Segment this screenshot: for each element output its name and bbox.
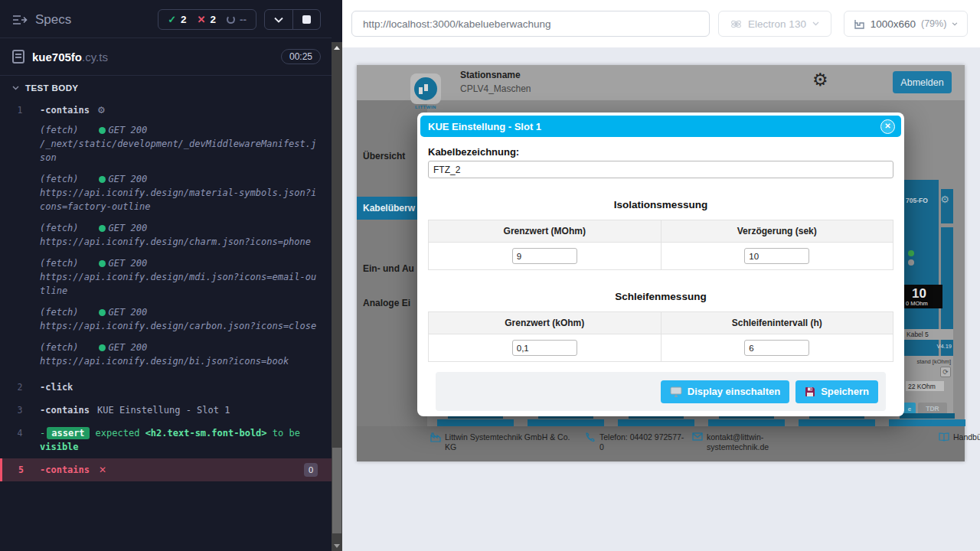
littwin-logo-text: LITTWIN (410, 105, 441, 109)
display-on-button[interactable]: Display einschalten (661, 380, 789, 403)
close-icon[interactable]: ✕ (880, 119, 895, 134)
status-dot-icon (99, 344, 106, 351)
station-name-value: CPLV4_Maschen (460, 83, 531, 94)
fetch-log-entry[interactable]: (fetch)GET 200https://api.iconify.design… (0, 341, 332, 368)
cypress-sidebar: Specs ✓ 2 ✕ 2 -- (0, 0, 342, 551)
chevron-down-icon (12, 86, 19, 90)
line-number: 2 (0, 380, 40, 394)
isolation-section-title: Isolationsmessung (428, 199, 893, 210)
footer-phone: Telefon: 04402 972577-0 (585, 432, 688, 452)
command-name: -contains (40, 463, 90, 477)
command-row-contains-failed[interactable]: 5 -contains ✕ 0 (0, 458, 332, 481)
save-label: Speichern (821, 386, 869, 397)
fetch-status: GET 200 (109, 221, 148, 235)
cable-designation-input[interactable] (428, 161, 893, 178)
resistance-value: 22 KOhm (906, 381, 944, 391)
loop-interval-input[interactable] (744, 340, 809, 356)
scrollbar-thumb[interactable] (332, 448, 341, 533)
email-text: kontakt@littwin-systemtechnik.de (707, 432, 787, 452)
assert-text: expected (96, 428, 140, 439)
sidebar-scrollbar[interactable] (332, 42, 342, 551)
spec-file-row[interactable]: kue705fo.cy.ts 00:25 (0, 38, 332, 75)
fetch-url: /_next/static/development/_devMiddleware… (40, 139, 316, 163)
fetch-log-entry[interactable]: (fetch)GET 200https://api.iconify.design… (0, 221, 332, 249)
status-dot-icon (99, 309, 106, 316)
fetch-log-entry[interactable]: (fetch)GET 200https://api.iconify.design… (0, 305, 332, 333)
cross-icon: ✕ (198, 14, 206, 25)
fetch-label: (fetch) (40, 221, 79, 235)
footer-email: kontakt@littwin-systemtechnik.de (692, 432, 788, 452)
loop-limit-input[interactable] (512, 340, 577, 356)
loop-limit-header: Grenzwert (kOhm) (429, 312, 662, 334)
littwin-logo (410, 73, 441, 104)
fetch-label: (fetch) (40, 123, 79, 137)
spec-basename: kue705fo (32, 51, 82, 64)
fetch-log-entry[interactable]: (fetch)GET 200https://api.iconify.design… (0, 172, 332, 214)
fetch-log-entry[interactable]: (fetch)GET 200https://api.iconify.design… (0, 256, 332, 298)
stop-run-button[interactable] (292, 10, 320, 29)
test-body-label: TEST BODY (25, 83, 78, 93)
cable-designation-label: Kabelbezeichnung: (428, 146, 893, 158)
stop-icon (302, 15, 311, 24)
save-button[interactable]: Speichern (795, 380, 878, 403)
fetch-label: (fetch) (40, 172, 79, 186)
command-row-contains-1[interactable]: 1 -contains⚙ (0, 99, 332, 122)
stat-pending[interactable]: -- (227, 14, 247, 25)
pending-icon (227, 15, 235, 24)
test-stats[interactable]: ✓ 2 ✕ 2 -- (158, 9, 256, 30)
ruler-icon (854, 18, 865, 30)
loop-interval-header: Schleifenintervall (h) (661, 312, 893, 334)
collapse-runs-button[interactable] (265, 10, 292, 29)
refresh-icon[interactable]: ⟳ (940, 367, 951, 377)
isolation-limit-input[interactable] (512, 248, 577, 264)
command-log: 1 -contains⚙ (fetch)GET 200/_next/static… (0, 99, 332, 481)
fetch-url: https://api.iconify.design/mdi.json?icon… (40, 272, 316, 296)
browser-select[interactable]: Electron 130 (718, 11, 831, 37)
isolation-delay-input[interactable] (744, 248, 809, 264)
phone-icon (585, 432, 596, 452)
browser-name: Electron 130 (748, 18, 806, 30)
assert-badge: assert (47, 427, 89, 439)
chevron-down-icon (274, 17, 283, 23)
viewport-select[interactable]: 1000x660 (79%) (844, 11, 968, 37)
gear-icon: ⚙ (97, 105, 106, 116)
scroll-up-arrow[interactable] (332, 42, 342, 53)
isolation-limit-header: Grenzwert (MOhm) (429, 220, 662, 243)
fetch-log-entry[interactable]: (fetch)GET 200/_next/static/development/… (0, 123, 332, 165)
manuals-link[interactable]: Handbücher (953, 432, 980, 443)
stat-failed[interactable]: ✕ 2 (198, 14, 216, 25)
command-row-click[interactable]: 2 -click (0, 376, 332, 399)
slot-gear-icon[interactable]: ⚙ (940, 194, 949, 205)
fetch-label: (fetch) (40, 305, 79, 319)
assert-selector: <h2.text-sm.font-bold> (145, 428, 267, 439)
fetch-status: GET 200 (109, 172, 148, 186)
footer-manuals[interactable]: Handbücher (939, 432, 980, 443)
command-row-assert[interactable]: 4 -assertexpected <h2.text-sm.font-bold>… (0, 422, 332, 458)
line-number (0, 221, 40, 249)
line-number (0, 123, 40, 165)
retry-count-badge: 0 (304, 463, 318, 477)
line-number (0, 256, 40, 298)
fetch-log-list: (fetch)GET 200/_next/static/development/… (0, 123, 332, 368)
command-row-contains-3[interactable]: 3 -containsKUE Einstellung - Slot 1 (0, 399, 332, 422)
isolation-delay-header: Verzögerung (sek) (661, 220, 893, 243)
scroll-down-arrow[interactable] (332, 540, 342, 551)
url-input[interactable]: http://localhost:3000/kabelueberwachung (351, 11, 710, 37)
chevron-down-icon (952, 22, 958, 26)
spec-timer-badge: 00:25 (281, 49, 321, 64)
pending-count: -- (240, 14, 247, 25)
fail-x-icon: ✕ (99, 463, 106, 477)
test-body-toggle[interactable]: TEST BODY (0, 76, 332, 99)
stat-passed[interactable]: ✓ 2 (168, 14, 186, 25)
email-icon (692, 432, 703, 452)
logout-button[interactable]: Abmelden (893, 71, 952, 93)
electron-icon (730, 18, 742, 30)
slot-card-fragment: 705-FO ⚙ 10 0 MOhm Kabel 5 V4.19 stand [… (903, 180, 953, 417)
version-label: V4.19 (936, 343, 952, 350)
loop-table: Grenzwert (kOhm) Schleifenintervall (h) (428, 311, 893, 362)
line-number (0, 341, 40, 368)
settings-gear-icon[interactable]: ⚙ (812, 71, 828, 89)
specs-header[interactable]: Specs (12, 12, 71, 28)
status-dot-icon (99, 127, 106, 134)
resistance-label-fragment: stand [kOhm] (916, 358, 951, 365)
